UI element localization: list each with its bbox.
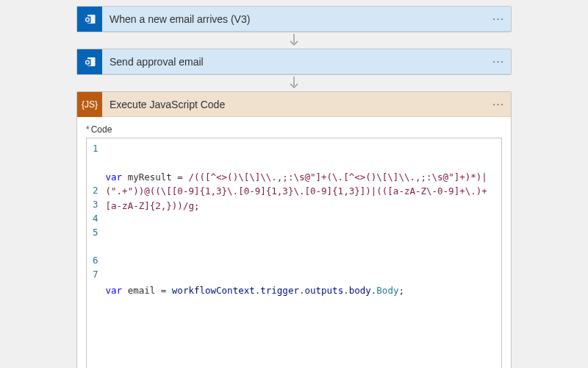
step-approval[interactable]: Send approval email ··· xyxy=(76,49,512,75)
svg-rect-1 xyxy=(85,16,91,23)
step-trigger-menu[interactable]: ··· xyxy=(486,13,511,26)
step-js-menu[interactable]: ··· xyxy=(486,98,511,111)
code-editor[interactable]: 1 2 3 4 5 6 7 var myResult = /(([^<>()\[… xyxy=(86,138,502,368)
outlook-icon xyxy=(77,49,102,74)
arrow-icon xyxy=(289,32,299,49)
step-js: {JS} Execute JavaScript Code ··· *Code 1… xyxy=(76,91,512,368)
outlook-icon xyxy=(77,7,102,32)
code-content[interactable]: var myResult = /(([^<>()\[\]\\.,;:\s@"]+… xyxy=(103,138,501,368)
step-approval-title: Send approval email xyxy=(102,56,486,68)
svg-rect-5 xyxy=(85,59,91,66)
arrow-icon xyxy=(289,75,299,91)
code-field-label: *Code xyxy=(86,124,502,135)
step-js-title: Execute JavaScript Code xyxy=(102,99,486,110)
step-trigger[interactable]: When a new email arrives (V3) ··· xyxy=(76,6,512,32)
code-gutter: 1 2 3 4 5 6 7 xyxy=(87,138,103,368)
step-js-header[interactable]: {JS} Execute JavaScript Code ··· xyxy=(77,92,511,117)
js-icon: {JS} xyxy=(77,92,102,117)
step-approval-menu[interactable]: ··· xyxy=(486,55,511,68)
step-trigger-title: When a new email arrives (V3) xyxy=(102,13,486,25)
